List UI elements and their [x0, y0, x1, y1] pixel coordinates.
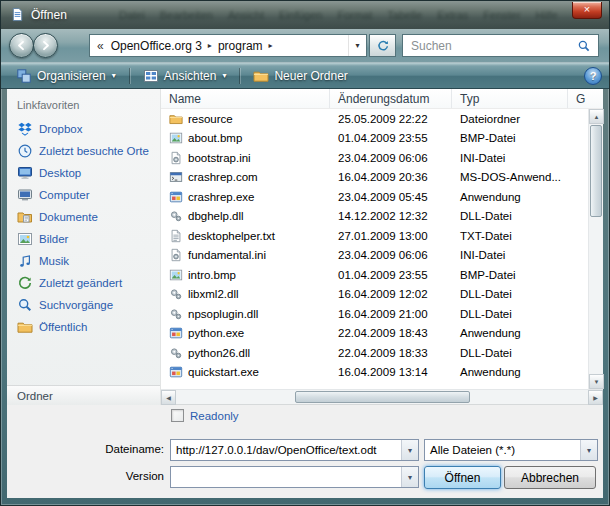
background-menu-item: Extras	[437, 9, 468, 21]
back-button[interactable]	[9, 33, 34, 58]
dll-icon	[169, 209, 183, 223]
horizontal-scroll-thumb[interactable]	[295, 391, 470, 403]
background-menu-item: Ansicht	[228, 9, 264, 21]
background-menu-item: Format	[337, 9, 372, 21]
filetype-value: Alle Dateien (*.*)	[425, 444, 580, 456]
documents-icon	[17, 209, 33, 225]
breadcrumb[interactable]: « OpenOffice.org 3▸program▸ ▾	[89, 34, 367, 57]
column-header-1[interactable]: Änderungsdatum	[330, 89, 452, 108]
scroll-right-arrow[interactable]: ▶	[588, 390, 603, 405]
file-type: Anwendung	[452, 191, 568, 203]
file-row[interactable]: python26.dll22.04.2009 18:33DLL-Datei	[161, 343, 588, 363]
version-combobox[interactable]: ▾	[170, 466, 419, 488]
scroll-down-arrow[interactable]: ▼	[589, 374, 604, 389]
chevron-down-icon[interactable]: ▾	[401, 467, 418, 487]
file-row[interactable]: resource25.05.2009 22:22Dateiordner	[161, 109, 588, 129]
folders-expander[interactable]: Ordner	[7, 385, 160, 405]
new-folder-button[interactable]: Neuer Ordner	[245, 65, 355, 87]
search-box[interactable]: Suchen	[402, 34, 599, 57]
folder-icon	[169, 112, 183, 126]
breadcrumb-separator-icon[interactable]: ▸	[266, 41, 276, 50]
sidebar-item-label: Zuletzt besuchte Orte	[39, 145, 149, 157]
sidebar-item-dropbox[interactable]: Dropbox	[7, 118, 160, 140]
file-type: TXT-Datei	[452, 230, 568, 242]
file-row[interactable]: crashrep.com16.04.2009 20:36MS-DOS-Anwen…	[161, 168, 588, 188]
file-date: 22.04.2009 18:33	[330, 347, 452, 359]
cancel-button[interactable]: Abbrechen	[504, 466, 596, 489]
column-header-3[interactable]: G	[568, 89, 603, 108]
breadcrumb-segment[interactable]: OpenOffice.org 3	[108, 39, 205, 53]
dropbox-icon	[17, 121, 33, 137]
file-date: 23.04.2009 06:06	[330, 152, 452, 164]
refresh-button[interactable]	[369, 34, 396, 57]
readonly-checkbox[interactable]	[171, 409, 184, 422]
version-label: Version	[7, 470, 164, 482]
background-menu: DateiBearbeitenAnsichtEinfügenFormatTabe…	[119, 9, 561, 21]
forward-button[interactable]	[33, 33, 58, 58]
file-date: 16.04.2009 21:00	[330, 308, 452, 320]
vertical-scrollbar[interactable]: ▲ ▼	[588, 109, 603, 389]
sidebar-item-music[interactable]: Musik	[7, 250, 160, 272]
file-name: python.exe	[188, 327, 244, 339]
scroll-left-arrow[interactable]: ◀	[161, 390, 176, 405]
file-type: DLL-Datei	[452, 347, 568, 359]
help-button[interactable]: ?	[584, 67, 602, 85]
views-button[interactable]: Ansichten ▾	[135, 65, 235, 87]
breadcrumb-overflow-chevron[interactable]: «	[90, 39, 108, 53]
file-row[interactable]: desktophelper.txt27.01.2009 13:00TXT-Dat…	[161, 226, 588, 246]
file-name: libxml2.dll	[188, 288, 239, 300]
chevron-down-icon[interactable]: ▾	[580, 440, 597, 460]
file-row[interactable]: dbghelp.dll14.12.2002 12:32DLL-Datei	[161, 207, 588, 227]
column-header-label: Änderungsdatum	[338, 92, 429, 106]
file-name: quickstart.exe	[188, 366, 259, 378]
sidebar-item-desktop[interactable]: Desktop	[7, 162, 160, 184]
file-type: INI-Datei	[452, 249, 568, 261]
breadcrumb-segment[interactable]: program	[215, 39, 266, 53]
app-icon	[169, 326, 183, 340]
file-date: 01.04.2009 23:55	[330, 132, 452, 144]
sidebar-item-computer[interactable]: Computer	[7, 184, 160, 206]
close-button[interactable]: ×	[572, 2, 602, 19]
sidebar-item-documents[interactable]: Dokumente	[7, 206, 160, 228]
file-row[interactable]: intro.bmp01.04.2009 23:55BMP-Datei	[161, 265, 588, 285]
sidebar-item-public[interactable]: Öffentlich	[7, 316, 160, 338]
breadcrumb-separator-icon[interactable]: ▸	[205, 41, 215, 50]
scroll-up-arrow[interactable]: ▲	[589, 109, 604, 124]
organize-button[interactable]: Organisieren ▾	[8, 65, 124, 87]
column-header-2[interactable]: Typ	[452, 89, 568, 108]
file-row[interactable]: python.exe22.04.2009 18:43Anwendung	[161, 324, 588, 344]
filename-value[interactable]: http://127.0.0.1/dav/OpenOffice/text.odt	[171, 444, 401, 456]
column-header-0[interactable]: Name	[161, 89, 330, 108]
sidebar-item-pictures[interactable]: Bilder	[7, 228, 160, 250]
sidebar-item-recent-places[interactable]: Zuletzt besuchte Orte	[7, 140, 160, 162]
filename-combobox[interactable]: http://127.0.0.1/dav/OpenOffice/text.odt…	[170, 439, 419, 461]
background-menu-item: Hilfe	[536, 9, 558, 21]
horizontal-scrollbar[interactable]: ◀ ▶	[161, 389, 603, 404]
toolbar-separator	[239, 68, 240, 84]
search-icon[interactable]	[570, 39, 598, 53]
file-row[interactable]: npsoplugin.dll16.04.2009 21:00DLL-Datei	[161, 304, 588, 324]
breadcrumb-dropdown-icon[interactable]: ▾	[348, 35, 366, 56]
open-button[interactable]: Öffnen	[424, 466, 501, 489]
new-folder-icon	[253, 68, 269, 84]
file-type: INI-Datei	[452, 152, 568, 164]
file-row[interactable]: quickstart.exe16.04.2009 13:14Anwendung	[161, 363, 588, 383]
file-row[interactable]: crashrep.exe23.04.2009 05:45Anwendung	[161, 187, 588, 207]
file-date: 22.04.2009 18:43	[330, 327, 452, 339]
toolbar-separator	[129, 68, 130, 84]
file-row[interactable]: bootstrap.ini23.04.2009 06:06INI-Datei	[161, 148, 588, 168]
sidebar-item-recently-changed[interactable]: Zuletzt geändert	[7, 272, 160, 294]
chevron-down-icon[interactable]: ▾	[401, 440, 418, 460]
titlebar[interactable]: Öffnen DateiBearbeitenAnsichtEinfügenFor…	[1, 1, 609, 29]
column-header-label: G	[576, 92, 585, 106]
file-row[interactable]: libxml2.dll16.04.2009 12:02DLL-Datei	[161, 285, 588, 305]
file-row[interactable]: fundamental.ini23.04.2009 06:06INI-Datei	[161, 246, 588, 266]
column-header-label: Name	[169, 92, 201, 106]
vertical-scroll-thumb[interactable]	[590, 125, 602, 217]
pictures-icon	[17, 231, 33, 247]
dll-icon	[169, 346, 183, 360]
readonly-label: Readonly	[190, 410, 239, 422]
filetype-combobox[interactable]: Alle Dateien (*.*) ▾	[424, 439, 598, 461]
sidebar-item-searches[interactable]: Suchvorgänge	[7, 294, 160, 316]
file-row[interactable]: about.bmp01.04.2009 23:55BMP-Datei	[161, 129, 588, 149]
